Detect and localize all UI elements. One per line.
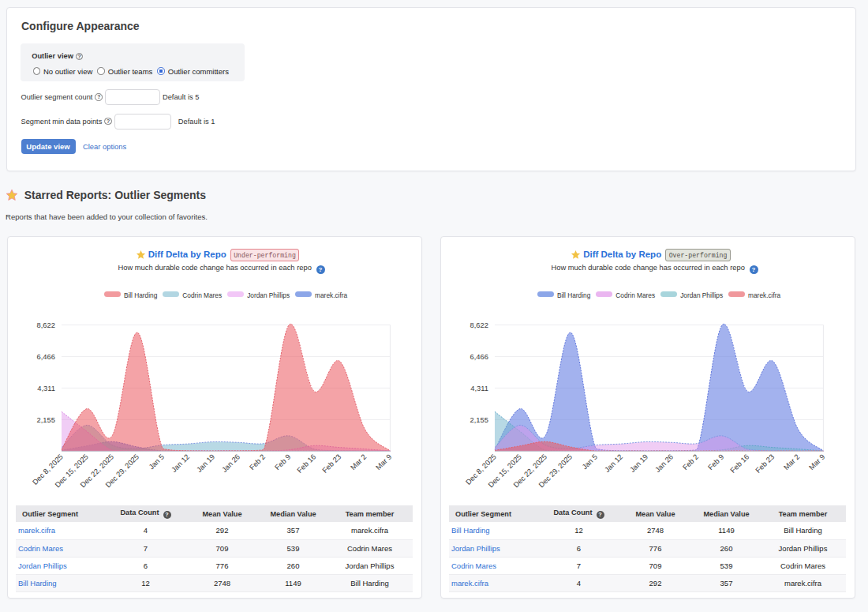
svg-text:2,155: 2,155 (37, 415, 55, 424)
svg-text:Feb 9: Feb 9 (706, 452, 725, 471)
svg-text:Feb 23: Feb 23 (754, 452, 776, 475)
svg-text:Mar 9: Mar 9 (807, 452, 826, 471)
svg-text:Jan 19: Jan 19 (628, 452, 649, 474)
svg-text:Feb 2: Feb 2 (248, 452, 267, 471)
svg-text:Jan 26: Jan 26 (220, 452, 241, 474)
svg-text:Feb 16: Feb 16 (296, 452, 318, 475)
svg-text:6,466: 6,466 (37, 352, 55, 361)
svg-text:Jan 26: Jan 26 (653, 452, 675, 474)
svg-text:Feb 2: Feb 2 (681, 452, 700, 471)
svg-text:8,622: 8,622 (37, 321, 55, 329)
svg-text:Mar 9: Mar 9 (374, 452, 393, 471)
svg-text:Feb 16: Feb 16 (729, 452, 751, 475)
svg-text:Jan 19: Jan 19 (195, 452, 216, 474)
svg-text:Mar 2: Mar 2 (349, 452, 368, 471)
svg-text:Mar 2: Mar 2 (782, 452, 801, 471)
svg-text:Jan 5: Jan 5 (148, 452, 166, 471)
svg-text:Feb 23: Feb 23 (321, 452, 343, 475)
svg-text:4,311: 4,311 (470, 384, 488, 392)
svg-text:Feb 9: Feb 9 (273, 452, 292, 471)
svg-text:4,311: 4,311 (37, 384, 55, 392)
svg-text:6,466: 6,466 (470, 352, 488, 361)
svg-text:Jan 12: Jan 12 (603, 452, 624, 474)
svg-text:Jan 5: Jan 5 (581, 452, 599, 471)
svg-text:8,622: 8,622 (470, 321, 488, 329)
svg-text:2,155: 2,155 (470, 415, 488, 424)
svg-text:Jan 12: Jan 12 (170, 452, 191, 474)
